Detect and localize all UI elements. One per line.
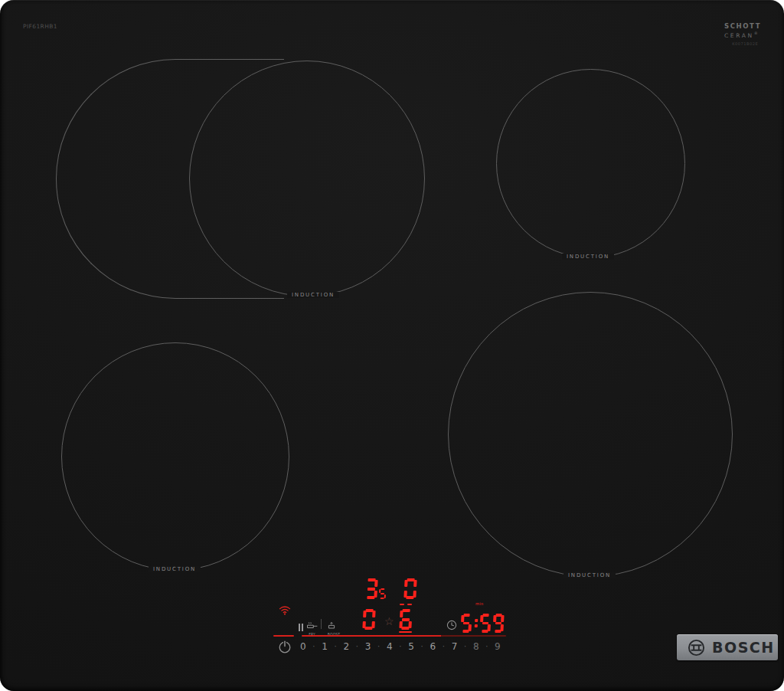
bosch-wordmark: BOSCH — [712, 639, 775, 656]
roaster-indicator-icon — [400, 604, 412, 605]
divider — [321, 619, 322, 629]
level-separator: · — [399, 643, 401, 650]
glass-code: K0071B02E — [724, 41, 754, 46]
slider-track-left-segment — [273, 635, 294, 637]
power-level-6[interactable]: 6 — [430, 642, 436, 651]
level-separator: · — [485, 643, 488, 650]
power-level-display — [399, 609, 412, 630]
zone-outline-front-right — [448, 292, 733, 577]
level-separator: · — [312, 643, 315, 650]
product-image: PIF61RHB1 SCHOTT CERAN® K0071B02E INDUCT… — [0, 0, 784, 691]
zone-display-front-left[interactable] — [363, 609, 375, 633]
pause-icon — [298, 624, 304, 631]
cooktop-surface: PIF61RHB1 SCHOTT CERAN® K0071B02E INDUCT… — [0, 0, 784, 691]
schott-ceran-logo: SCHOTT CERAN® K0071B02E — [724, 22, 760, 47]
power-level-7[interactable]: 7 — [452, 642, 458, 651]
induction-label: INDUCTION — [562, 254, 614, 260]
power-button[interactable] — [278, 640, 292, 653]
zone-display-rear-right[interactable] — [404, 578, 416, 602]
induction-label: INDUCTION — [149, 566, 201, 572]
star-icon[interactable]: ☆ — [384, 616, 394, 627]
fry-pan-icon — [306, 622, 318, 629]
ceran-word: CERAN — [724, 32, 754, 39]
induction-label: INDUCTION — [287, 292, 339, 298]
power-level-display — [403, 578, 416, 599]
level-separator: · — [464, 643, 466, 650]
power-level-5[interactable]: 5 — [408, 642, 414, 651]
bosch-logo: BOSCH — [677, 634, 778, 660]
selected-zone-underline — [399, 631, 412, 633]
power-level-display — [362, 609, 375, 630]
power-level-1[interactable]: 1 — [322, 642, 328, 651]
pause-button[interactable] — [296, 620, 305, 634]
induction-label: INDUCTION — [564, 572, 616, 578]
schott-text: SCHOTT — [724, 22, 760, 30]
zone-outline-rear-right — [496, 69, 685, 258]
zone-display-front-right[interactable] — [400, 609, 412, 633]
clock-icon[interactable] — [446, 620, 457, 630]
power-level-half-digit — [379, 588, 387, 599]
power-level-8[interactable]: 8 — [473, 642, 479, 651]
level-separator: · — [443, 643, 445, 650]
timer-unit-label: min — [475, 602, 483, 607]
model-number: PIF61RHB1 — [23, 23, 57, 30]
power-level-4[interactable]: 4 — [387, 642, 393, 651]
power-level-2[interactable]: 2 — [343, 642, 349, 651]
power-level-9[interactable]: 9 — [495, 642, 501, 651]
power-level-display — [364, 578, 377, 599]
level-separator: · — [335, 643, 337, 650]
level-separator: · — [377, 643, 380, 650]
timer-value — [460, 614, 504, 633]
registered-mark: ® — [754, 31, 758, 35]
zone-outline-front-left — [61, 342, 289, 571]
level-separator: · — [356, 643, 358, 650]
wifi-icon — [279, 604, 291, 615]
slider-track[interactable] — [302, 635, 506, 637]
zone-outline-front-left-circle — [189, 61, 425, 296]
ceran-text: CERAN® — [724, 31, 760, 39]
power-level-3[interactable]: 3 — [365, 642, 371, 651]
power-level-0[interactable]: 0 — [300, 642, 306, 651]
boost-icon — [326, 622, 337, 629]
bosch-emblem-icon — [688, 639, 705, 657]
power-level-row[interactable]: 0·1·2·3·4·5·6·7·8·9 — [300, 640, 501, 653]
timer-display — [461, 614, 504, 636]
level-separator: · — [421, 643, 423, 650]
zone-display-rear-left[interactable] — [365, 578, 386, 599]
